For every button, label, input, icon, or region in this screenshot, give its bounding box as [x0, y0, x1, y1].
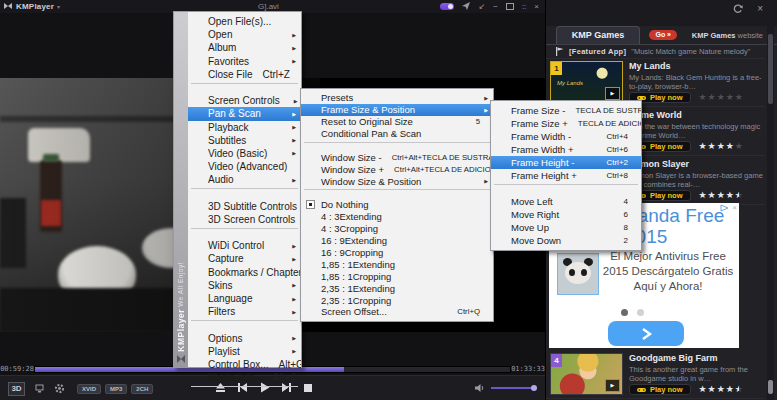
game-row-big-farm: 4 ▶ Goodgame Big Farm This is another gr…	[546, 350, 765, 399]
menu-item[interactable]: Video (Advanced) ▶	[188, 160, 301, 173]
game-thumbnail[interactable]: 4 ▶	[550, 353, 623, 395]
settings-gear-icon[interactable]	[54, 383, 65, 394]
menu-item[interactable]: Video (Basic) ▶	[188, 147, 301, 160]
menu-item[interactable]: Skins ▶	[188, 279, 301, 292]
star-rating: ★★★★★★★★★★	[699, 142, 744, 151]
menu-item[interactable]: Album ▶	[188, 41, 301, 54]
menu-item[interactable]: Screen Controls ▶	[188, 94, 301, 107]
game-title: Goodgame Big Farm	[629, 353, 763, 363]
menu-item[interactable]: Screen Offset... Ctrl+Q	[301, 306, 493, 318]
menu-item[interactable]: Window Size & Position ▶	[301, 175, 493, 187]
menu-item[interactable]: Open ▶	[188, 28, 301, 41]
menu-item[interactable]: Do Nothing	[301, 199, 493, 211]
menu-item[interactable]: 1,85 : 1Extending	[301, 258, 493, 270]
menu-item[interactable]: 3D Subtitle Controls ▶	[188, 200, 301, 213]
chevron-down-icon[interactable]: ▾	[57, 3, 60, 10]
menu-item[interactable]	[301, 187, 493, 199]
menu-item[interactable]	[301, 140, 493, 152]
resize-icon[interactable]: ↙	[479, 0, 486, 13]
featured-app-row[interactable]: [Featured App] "Music Match game Nature …	[546, 44, 765, 59]
thumb-play-icon[interactable]: ▶	[605, 379, 620, 392]
play-now-button[interactable]: Play now	[629, 384, 691, 395]
menu-item[interactable]	[188, 384, 301, 397]
menu-item[interactable]: WiDi Control ▶	[188, 239, 301, 252]
sidebar-close-icon[interactable]: ×	[757, 4, 763, 14]
menu-item[interactable]: Pan & Scan ▶	[188, 107, 301, 120]
menu-item[interactable]: Frame Size - TECLA DE SUSTRACCION	[491, 104, 641, 117]
game-thumbnail[interactable]: My Lands 1 ▶	[550, 61, 623, 103]
go-badge[interactable]: Go »	[649, 30, 677, 40]
ad-next-button[interactable]	[608, 321, 684, 346]
menu-item[interactable]: 16 : 9Cropping	[301, 247, 493, 259]
thumb-play-icon[interactable]: ▶	[605, 87, 620, 100]
menu-item[interactable]: Window Size - Ctrl+Alt+TECLA DE SUSTRACC…	[301, 151, 493, 163]
snap-layout-icon[interactable]: ::	[522, 0, 526, 13]
menu-item[interactable]: Favorites ▶	[188, 55, 301, 68]
menu-item[interactable]: Language ▶	[188, 292, 301, 305]
menu-item[interactable]: Subtitles ▶	[188, 134, 301, 147]
menu-item[interactable]: Frame Height + Ctrl+8	[491, 169, 641, 182]
menu-item[interactable]: Frame Width - Ctrl+4	[491, 130, 641, 143]
menu-item[interactable]: Media Info... Alt+J	[188, 371, 301, 384]
menu-item[interactable]: 4 : 3Cropping	[301, 223, 493, 235]
kmp-games-website-link[interactable]: KMP Games website	[692, 31, 763, 40]
menu-item[interactable]: Presets ▶	[301, 92, 493, 104]
menu-item[interactable]: Move Down 2	[491, 234, 641, 247]
panda-image	[557, 253, 599, 295]
menu-item[interactable]: Move Right 6	[491, 208, 641, 221]
menu-item[interactable]: Filters ▶	[188, 305, 301, 318]
menu-item[interactable]: Frame Size + TECLA DE ADICION	[491, 117, 641, 130]
menu-item[interactable]: Capture ▶	[188, 252, 301, 265]
refresh-icon[interactable]	[733, 4, 743, 14]
menu-item[interactable]: Reset to Original Size 5	[301, 116, 493, 128]
menu-item[interactable]	[188, 226, 301, 239]
menu-item[interactable]	[188, 81, 301, 94]
menu-item[interactable]: Open File(s)...	[188, 15, 301, 28]
menu-item[interactable]	[188, 186, 301, 199]
pin-icon[interactable]	[462, 2, 471, 11]
menu-item[interactable]	[491, 182, 641, 195]
menu-item[interactable]: Audio ▶	[188, 173, 301, 186]
speaker-icon[interactable]	[475, 383, 486, 393]
sidebar-scrollbar[interactable]	[767, 26, 774, 400]
volume-slider[interactable]	[491, 387, 535, 389]
game-title: Demon Slayer	[629, 159, 763, 169]
stop-button[interactable]	[303, 383, 313, 393]
kmplayer-logo-icon	[4, 3, 13, 10]
menu-item[interactable]: Move Left 4	[491, 195, 641, 208]
scrollbar-bottom-button[interactable]	[768, 380, 773, 394]
menu-item[interactable]: 4 : 3Extending	[301, 211, 493, 223]
menu-item[interactable]: Close File Ctrl+Z	[188, 68, 301, 81]
3d-mode-button[interactable]: 3D	[8, 382, 25, 396]
menu-item[interactable]: Window Size + Ctrl+Alt+TECLA DE ADICION	[301, 163, 493, 175]
menu-item[interactable]: Move Up 8	[491, 221, 641, 234]
menu-item[interactable]: Playback ▶	[188, 121, 301, 134]
tab-kmp-games[interactable]: KMP Games	[556, 26, 640, 44]
menu-item[interactable]: Bookmarks / Chapter ▶	[188, 266, 301, 279]
game-title: Prime World	[629, 110, 763, 120]
menu-item[interactable]: Conditional Pan & Scan	[301, 128, 493, 140]
kmplayer-window: KMPlayer ▾ G].avi ↙ − :: × 00:59:28	[0, 0, 777, 400]
menu-item[interactable]: 2,35 : 1Extending	[301, 282, 493, 294]
toggle-switch-icon[interactable]	[440, 3, 454, 10]
carousel-dots[interactable]	[621, 309, 644, 316]
menu-item[interactable]: Frame Height - Ctrl+2	[491, 156, 641, 169]
menu-item[interactable]: Control Box... Alt+G	[188, 358, 301, 371]
menu-item[interactable]	[188, 318, 301, 331]
menu-item[interactable]: Frame Width + Ctrl+6	[491, 143, 641, 156]
menu-item[interactable]: Frame Size & Position ▶	[301, 104, 493, 116]
minimize-button[interactable]: −	[493, 0, 498, 13]
menu-item[interactable]: 2,35 : 1Cropping	[301, 294, 493, 306]
menu-item[interactable]: 16 : 9Extending	[301, 235, 493, 247]
featured-app-title: "Music Match game Nature melody"	[631, 47, 750, 56]
scrollbar-thumb[interactable]	[768, 34, 773, 104]
menu-item[interactable]: Playlist ▶	[188, 345, 301, 358]
volume-knob[interactable]	[531, 385, 537, 391]
menu-item[interactable]: Options ▶	[188, 332, 301, 345]
menu-item[interactable]: 3D Screen Controls ▶	[188, 213, 301, 226]
frame-size-position-submenu: Frame Size - TECLA DE SUSTRACCION Frame …	[490, 100, 642, 251]
screen-capture-icon[interactable]	[35, 384, 44, 393]
close-button[interactable]: ×	[534, 0, 539, 13]
menu-item[interactable]: 1,85 : 1Cropping	[301, 270, 493, 282]
maximize-button[interactable]	[506, 3, 514, 10]
